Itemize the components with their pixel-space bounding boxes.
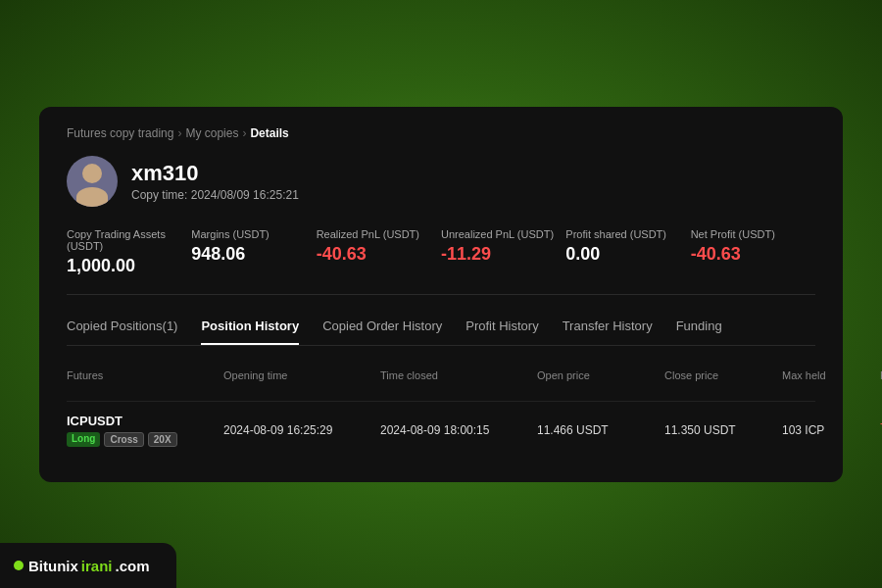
stat-item-3: Unrealized PnL (USDT) -11.29 [441,228,565,276]
copy-time: Copy time: 2024/08/09 16:25:21 [131,188,299,202]
breadcrumb-item-2[interactable]: My copies [185,126,238,140]
stat-value-1: 948.06 [191,244,316,265]
futures-name: ICPUSDT [67,414,223,428]
futures-cell: ICPUSDTLongCross20X [67,414,223,447]
profile-info: xm310 Copy time: 2024/08/09 16:25:21 [131,161,299,202]
badge-2: 20X [148,432,177,447]
table-col-4: Close price [664,369,782,393]
brand-dot [14,561,24,570]
table-cell-0-0: 2024-08-09 16:25:29 [223,423,380,437]
stat-label-3: Unrealized PnL (USDT) [441,228,565,240]
badge-1: Cross [104,432,143,447]
badges: LongCross20X [67,432,223,447]
breadcrumb-current: Details [250,126,288,140]
tab-2[interactable]: Copied Order History [322,318,442,345]
table-col-5: Max held [782,369,880,393]
table-cell-0-1: 2024-08-09 18:00:15 [380,423,537,437]
tab-5[interactable]: Funding [676,318,722,345]
brand-suffix: .com [116,558,150,574]
breadcrumb-sep-2: › [242,126,246,140]
stat-value-3: -11.29 [441,244,565,265]
table-row: ICPUSDTLongCross20X2024-08-09 16:25:2920… [67,402,815,459]
stat-item-5: Net Profit (USDT) -40.63 [691,228,815,276]
stat-label-4: Profit shared (USDT) [565,228,690,240]
table-cell-0-3: 11.350 USDT [664,423,782,437]
stat-label-0: Copy Trading Assets (USDT) [67,228,191,252]
breadcrumb-sep-1: › [177,126,181,140]
table-body: ICPUSDTLongCross20X2024-08-09 16:25:2920… [67,402,815,459]
profile-section: xm310 Copy time: 2024/08/09 16:25:21 [67,156,815,207]
username: xm310 [131,161,299,186]
stats-row: Copy Trading Assets (USDT) 1,000.00 Marg… [67,228,815,295]
stat-value-5: -40.63 [691,244,815,265]
table-col-0: Futures [67,369,223,393]
brand-text-white: Bitunix [28,558,78,574]
stat-item-0: Copy Trading Assets (USDT) 1,000.00 [67,228,191,276]
stat-item-2: Realized PnL (USDT) -40.63 [317,228,441,276]
table-cell-0-4: 103 ICP [782,423,880,437]
table-col-2: Time closed [380,369,537,393]
tab-1[interactable]: Position History [201,318,299,345]
stat-label-2: Realized PnL (USDT) [317,228,441,240]
tab-0[interactable]: Copied Positions(1) [67,318,177,345]
stat-value-0: 1,000.00 [67,256,191,276]
brand-text-green: irani [81,558,113,574]
main-card: Futures copy trading › My copies › Detai… [39,107,843,482]
table-col-3: Open price [537,369,664,393]
brand-bar: Bitunixirani.com [0,543,176,588]
stat-value-4: 0.00 [565,244,690,265]
tab-3[interactable]: Profit History [466,318,538,345]
stat-label-5: Net Profit (USDT) [691,228,815,240]
badge-0: Long [67,432,100,447]
table-header: FuturesOpening timeTime closedOpen price… [67,362,815,402]
stat-item-1: Margins (USDT) 948.06 [191,228,316,276]
stat-label-1: Margins (USDT) [191,228,316,240]
stat-value-2: -40.63 [317,244,441,265]
table-col-1: Opening time [223,369,380,393]
table-cell-0-2: 11.466 USDT [537,423,664,437]
avatar [67,156,118,207]
breadcrumb: Futures copy trading › My copies › Detai… [67,126,815,140]
stat-item-4: Profit shared (USDT) 0.00 [565,228,690,276]
tab-4[interactable]: Transfer History [563,318,653,345]
tabs-row: Copied Positions(1)Position HistoryCopie… [67,318,815,346]
breadcrumb-item-1[interactable]: Futures copy trading [67,126,173,140]
